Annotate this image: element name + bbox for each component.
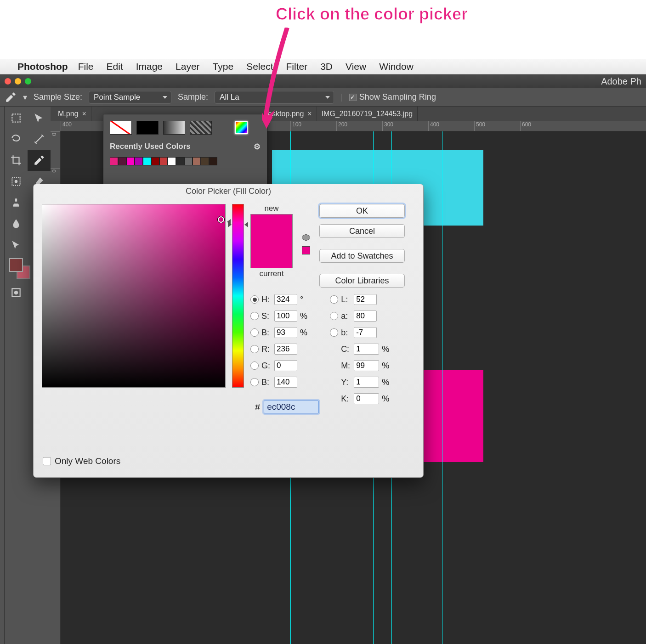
menu-image[interactable]: Image [136, 61, 163, 72]
recent-color-swatch[interactable] [209, 157, 217, 165]
fill-gradient-swatch[interactable] [163, 121, 185, 135]
close-tab-icon[interactable]: × [82, 110, 86, 118]
lab-a-radio[interactable] [330, 312, 338, 320]
document-tab[interactable]: M.png × [53, 107, 91, 121]
gear-icon[interactable]: ⚙ [254, 142, 261, 152]
guide-line[interactable] [479, 131, 479, 644]
menu-3d[interactable]: 3D [320, 61, 333, 72]
black-input[interactable] [354, 393, 379, 404]
sample-size-dropdown[interactable]: Point Sample [89, 91, 171, 104]
gamut-warning-icon[interactable] [302, 233, 310, 242]
field-label: C: [341, 345, 351, 354]
menu-edit[interactable]: Edit [107, 61, 123, 72]
zoom-window-icon[interactable] [25, 78, 31, 85]
blue-input[interactable] [274, 377, 297, 388]
only-web-colors-checkbox[interactable]: Only Web Colors [43, 456, 120, 466]
menu-view[interactable]: View [346, 61, 366, 72]
menu-filter[interactable]: Filter [286, 61, 308, 72]
fill-none-swatch[interactable] [110, 121, 132, 135]
saturation-input[interactable] [274, 311, 297, 322]
recent-color-swatch[interactable] [143, 157, 151, 165]
recent-color-swatch[interactable] [110, 157, 118, 165]
color-libraries-button[interactable]: Color Libraries [319, 274, 405, 288]
recent-color-swatch[interactable] [184, 157, 193, 165]
crop-tool-icon[interactable] [5, 150, 28, 171]
menubar-app-name[interactable]: Photoshop [17, 61, 68, 72]
lab-a-input[interactable] [354, 311, 377, 322]
red-radio[interactable] [250, 345, 259, 353]
sample-dropdown[interactable]: All La [215, 91, 334, 104]
foreground-color-swatch[interactable] [9, 258, 23, 272]
blur-tool-icon[interactable] [5, 213, 28, 234]
menu-window[interactable]: Window [379, 61, 414, 72]
red-input[interactable] [274, 344, 297, 355]
quick-mask-icon[interactable] [5, 282, 28, 303]
brightness-field: B: % [250, 327, 319, 338]
recent-color-swatch[interactable] [151, 157, 159, 165]
color-preview[interactable] [250, 214, 293, 268]
hue-handle-left-icon[interactable] [228, 222, 232, 227]
saturation-radio[interactable] [250, 312, 259, 320]
green-radio[interactable] [250, 362, 259, 370]
healing-brush-tool-icon[interactable] [5, 171, 28, 192]
hue-radio[interactable] [250, 295, 259, 304]
yellow-input[interactable] [354, 377, 379, 388]
ok-button[interactable]: OK [319, 204, 405, 218]
hex-input[interactable] [264, 401, 319, 413]
eyedropper-tool-icon[interactable] [5, 91, 17, 103]
fill-solid-swatch[interactable] [136, 121, 159, 135]
panel-collapse-rail[interactable] [0, 107, 5, 644]
lightness-input[interactable] [354, 294, 377, 305]
add-to-swatches-button[interactable]: Add to Swatches [319, 249, 405, 263]
guide-line[interactable] [442, 131, 442, 644]
menu-file[interactable]: File [78, 61, 94, 72]
recent-color-swatch[interactable] [168, 157, 176, 165]
fill-pattern-swatch[interactable] [190, 121, 212, 135]
yellow-field: Y: % [330, 377, 389, 388]
cancel-button[interactable]: Cancel [319, 224, 405, 238]
gamut-color-swatch[interactable] [302, 246, 310, 254]
lightness-radio[interactable] [330, 295, 338, 304]
recent-color-swatch[interactable] [193, 157, 201, 165]
close-window-icon[interactable] [5, 78, 11, 85]
document-tab[interactable]: IMG_20160719_124453.jpg [317, 107, 418, 121]
green-input[interactable] [274, 360, 297, 371]
magic-wand-tool-icon[interactable] [28, 129, 51, 150]
color-picker-swatch[interactable] [235, 121, 248, 134]
recently-used-label: Recently Used Colors [110, 142, 191, 152]
recent-color-swatch[interactable] [135, 157, 143, 165]
path-selection-tool-icon[interactable] [5, 234, 28, 255]
sv-handle-icon[interactable] [218, 216, 224, 223]
blue-radio[interactable] [250, 378, 259, 386]
magenta-input[interactable] [354, 360, 379, 371]
recent-color-swatch[interactable] [126, 157, 135, 165]
recent-color-swatch[interactable] [201, 157, 209, 165]
marquee-tool-icon[interactable] [5, 107, 28, 129]
brightness-radio[interactable] [250, 328, 259, 337]
minimize-window-icon[interactable] [15, 78, 21, 85]
clone-stamp-tool-icon[interactable] [5, 192, 28, 213]
hue-slider[interactable] [232, 204, 244, 388]
menu-select[interactable]: Select [246, 61, 273, 72]
cyan-input[interactable] [354, 344, 379, 355]
lasso-tool-icon[interactable] [5, 129, 28, 150]
lab-b-radio[interactable] [330, 328, 338, 337]
recent-color-swatch[interactable] [176, 157, 184, 165]
menu-type[interactable]: Type [213, 61, 234, 72]
menu-layer[interactable]: Layer [176, 61, 200, 72]
recent-color-swatch[interactable] [118, 157, 126, 165]
recent-color-swatch[interactable] [159, 157, 168, 165]
window-traffic-lights [5, 78, 31, 85]
chevron-down-icon[interactable]: ▾ [23, 92, 27, 102]
hue-handle-right-icon[interactable] [244, 222, 248, 227]
field-suffix: % [382, 378, 389, 387]
move-tool-icon[interactable] [28, 107, 51, 129]
close-tab-icon[interactable]: × [307, 110, 312, 118]
field-suffix: % [382, 361, 389, 371]
saturation-value-field[interactable] [42, 204, 226, 388]
lab-b-input[interactable] [354, 327, 377, 338]
brightness-input[interactable] [274, 327, 297, 338]
hue-input[interactable] [274, 294, 297, 305]
show-sampling-ring-checkbox[interactable]: ✓ Show Sampling Ring [349, 92, 436, 102]
eyedropper-tool-icon[interactable] [28, 150, 51, 171]
